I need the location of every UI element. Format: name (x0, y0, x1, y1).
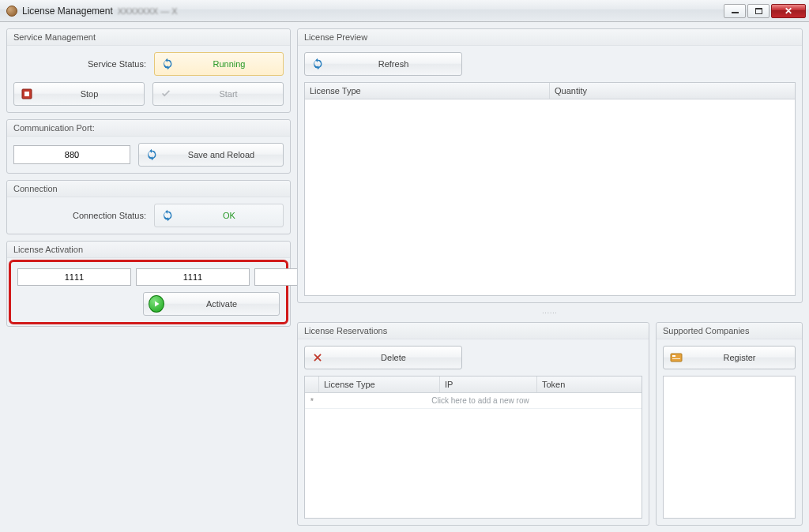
communication-port-title: Communication Port: (7, 120, 290, 137)
refresh-button[interactable]: Refresh (304, 52, 462, 76)
companies-list[interactable] (663, 376, 796, 519)
port-input[interactable] (13, 145, 130, 164)
communication-port-panel: Communication Port: Save and Reload (6, 119, 291, 174)
license-key-part-2[interactable] (136, 268, 250, 286)
refresh-icon (144, 147, 160, 163)
column-rowselector (305, 377, 319, 392)
service-management-title: Service Management (7, 29, 290, 46)
service-management-panel: Service Management Service Status: Runni… (6, 28, 291, 113)
refresh-label: Refresh (330, 59, 457, 69)
license-activation-title: License Activation (7, 242, 290, 258)
column-ip[interactable]: IP (440, 377, 537, 392)
connection-title: Connection (7, 181, 290, 197)
activate-button[interactable]: Activate (143, 292, 280, 316)
service-status-value: Running (180, 59, 278, 69)
window-title-extra: XXXXXXX — X (118, 6, 178, 16)
new-row-placeholder: Click here to add a new row (319, 396, 642, 405)
activate-label: Activate (169, 299, 274, 309)
license-key-part-1[interactable] (17, 268, 131, 286)
license-preview-grid[interactable]: License Type Quantity (304, 82, 796, 296)
svg-rect-1 (24, 92, 29, 96)
start-button[interactable]: Start (152, 82, 284, 106)
app-icon (6, 6, 17, 17)
refresh-icon (160, 56, 175, 72)
refresh-icon (160, 208, 175, 223)
refresh-icon (310, 56, 325, 72)
connection-status-label: Connection Status: (13, 211, 146, 220)
stop-button[interactable]: Stop (13, 82, 145, 106)
column-token[interactable]: Token (537, 377, 642, 392)
titlebar: License Management XXXXXXX — X ✕ (0, 0, 809, 22)
stop-icon (19, 86, 35, 102)
service-status-display: Running (154, 52, 284, 76)
connection-status-display: OK (154, 204, 284, 227)
svg-rect-3 (672, 355, 675, 357)
license-reservations-grid[interactable]: License Type IP Token * Click here to ad… (304, 376, 642, 519)
x-icon (310, 350, 325, 365)
license-preview-title: License Preview (298, 29, 802, 46)
arrow-right-circle-icon (149, 296, 164, 312)
window-title: License Management (22, 6, 113, 17)
stop-label: Stop (40, 89, 139, 99)
supported-companies-title: Supported Companies (657, 323, 802, 339)
delete-label: Delete (330, 353, 457, 362)
connection-panel: Connection Connection Status: OK (6, 180, 291, 234)
close-button[interactable]: ✕ (771, 4, 806, 18)
check-icon (158, 86, 174, 102)
license-reservations-panel: License Reservations Delete L (297, 322, 649, 526)
delete-button[interactable]: Delete (304, 346, 462, 369)
license-preview-panel: License Preview Refresh License Type Qua… (297, 28, 803, 303)
svg-rect-2 (671, 354, 682, 362)
supported-companies-panel: Supported Companies Register (656, 322, 803, 526)
save-reload-label: Save and Reload (164, 150, 278, 159)
maximize-button[interactable] (747, 4, 769, 18)
save-reload-button[interactable]: Save and Reload (138, 143, 284, 167)
svg-rect-4 (672, 358, 680, 359)
new-row[interactable]: * Click here to add a new row (305, 393, 642, 409)
register-label: Register (689, 353, 790, 362)
minimize-button[interactable] (724, 4, 746, 18)
card-icon (668, 350, 684, 365)
asterisk-icon: * (305, 396, 319, 406)
start-label: Start (179, 89, 278, 99)
license-reservations-title: License Reservations (298, 323, 649, 339)
column-license-type[interactable]: License Type (319, 377, 440, 392)
connection-status-value: OK (180, 211, 278, 220)
column-license-type[interactable]: License Type (305, 83, 550, 99)
register-button[interactable]: Register (663, 346, 796, 369)
column-quantity[interactable]: Quantity (550, 83, 795, 99)
service-status-label: Service Status: (13, 59, 146, 69)
license-activation-panel: License Activation (6, 241, 291, 327)
horizontal-splitter[interactable]: ······ (297, 309, 803, 316)
